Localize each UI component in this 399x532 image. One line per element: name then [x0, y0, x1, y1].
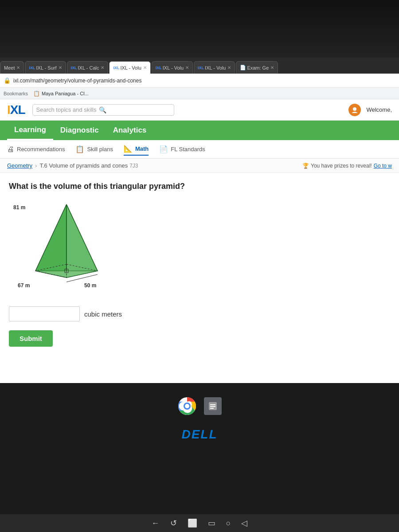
tab-ixl-volu-icon: IXL [113, 66, 119, 70]
svg-marker-4 [66, 204, 98, 278]
nav-tab-analytics[interactable]: Analytics [106, 121, 154, 139]
taskbar-icons [177, 396, 222, 416]
user-avatar [348, 104, 361, 116]
tab-ixl-volu3-label: IXL - Volu [205, 65, 226, 70]
skill-plans-icon: 📋 [75, 145, 84, 153]
address-bar: 🔒 ixl.com/math/geometry/volume-of-pyrami… [0, 74, 399, 88]
math-icon: 📐 [124, 145, 133, 153]
tab-close-volu[interactable]: ✕ [143, 65, 147, 70]
taskbar-screen-button[interactable]: ⬜ [188, 518, 197, 528]
recommendations-icon: 🖨 [7, 145, 14, 153]
tab-exam[interactable]: 📄 Exam: Ge ✕ [236, 61, 278, 74]
tab-bar: Meet ✕ IXL IXL - Surf ✕ IXL IXL - Calc ✕… [0, 58, 399, 74]
bookmark-item-maya[interactable]: 📋 Maya Paniagua - Cl... [33, 90, 89, 97]
breadcrumb-separator: › [35, 162, 37, 169]
tab-ixl-volu2-label: IXL - Volu [163, 65, 184, 70]
prizes-link[interactable]: Go to w [374, 163, 392, 169]
answer-input[interactable] [9, 306, 80, 321]
ixl-logo: IXL [7, 103, 25, 117]
svg-point-14 [185, 404, 189, 408]
bottom-dark-area: DELL [0, 383, 399, 532]
tab-ixl-volu3[interactable]: IXL IXL - Volu ✕ [194, 61, 235, 74]
subnav-fl-standards[interactable]: 📄 FL Standards [159, 143, 205, 155]
svg-rect-16 [210, 404, 215, 405]
svg-marker-3 [35, 204, 66, 278]
nav-tab-learning[interactable]: Learning [7, 121, 53, 140]
svg-point-0 [353, 107, 356, 111]
tab-ixl-surf-label: IXL - Surf [36, 65, 56, 70]
tab-exam-icon: 📄 [240, 65, 246, 70]
subnav-recommendations[interactable]: 🖨 Recommendations [7, 144, 65, 155]
tab-close-volu3[interactable]: ✕ [227, 65, 231, 70]
dimension-base2: 50 m [84, 282, 96, 289]
taskbar-window-button[interactable]: ▭ [208, 518, 215, 528]
ixl-header: IXL Search topics and skills 🔍 Welcome, [0, 99, 399, 121]
tab-close-exam[interactable]: ✕ [270, 65, 274, 70]
breadcrumb-current: T.6 Volume of pyramids and cones [39, 162, 128, 169]
nav-tabs: Learning Diagnostic Analytics [0, 121, 399, 140]
taskbar-home-button[interactable]: ◁ [241, 518, 247, 528]
trophy-icon: 🏆 [302, 163, 309, 169]
svg-rect-18 [210, 408, 214, 409]
search-bar[interactable]: Search topics and skills 🔍 [32, 104, 174, 116]
subnav-fl-standards-label: FL Standards [171, 146, 205, 153]
fl-standards-icon: 📄 [159, 145, 168, 153]
welcome-text: Welcome, [366, 106, 392, 113]
tab-ixl-volu-active[interactable]: IXL IXL - Volu ✕ [109, 61, 150, 74]
browser-chrome: Meet ✕ IXL IXL - Surf ✕ IXL IXL - Calc ✕… [0, 58, 399, 99]
taskbar-refresh-button[interactable]: ↺ [170, 518, 177, 528]
pyramid-svg [13, 200, 120, 289]
subnav-math-label: Math [135, 145, 149, 152]
svg-rect-17 [210, 406, 215, 407]
bookmarks-bar: Bookmarks 📋 Maya Paniagua - Cl... [0, 88, 399, 99]
nav-tab-diagnostic[interactable]: Diagnostic [53, 121, 106, 139]
tab-ixl-calc-label: IXL - Calc [78, 65, 99, 70]
tab-close-surf[interactable]: ✕ [59, 65, 62, 70]
sub-nav: 🖨 Recommendations 📋 Skill plans 📐 Math 📄… [0, 140, 399, 159]
question-area: What is the volume of this triangular py… [0, 173, 399, 354]
tab-ixl-volu3-icon: IXL [198, 66, 204, 70]
answer-area: cubic meters [9, 306, 390, 321]
lock-icon: 🔒 [4, 77, 11, 84]
os-taskbar: ← ↺ ⬜ ▭ ○ ◁ [0, 514, 399, 532]
files-taskbar-icon[interactable] [204, 397, 222, 415]
tab-ixl-volu2-icon: IXL [156, 66, 162, 70]
taskbar-back-button[interactable]: ← [152, 519, 160, 528]
pyramid-container: 81 m [13, 200, 137, 297]
skill-code: 7J3 [129, 163, 138, 169]
tab-ixl-volu2[interactable]: IXL IXL - Volu ✕ [152, 61, 193, 74]
unit-label: cubic meters [84, 310, 122, 318]
top-dark-area [0, 0, 399, 58]
subnav-skill-plans-label: Skill plans [87, 146, 113, 153]
tab-ixl-calc[interactable]: IXL IXL - Calc ✕ [67, 61, 109, 74]
tab-ixl-calc-icon: IXL [71, 66, 77, 70]
search-icon: 🔍 [99, 106, 106, 113]
subnav-math[interactable]: 📐 Math [124, 143, 149, 156]
bookmarks-label: Bookmarks [4, 91, 28, 96]
breadcrumb-geometry[interactable]: Geometry [7, 162, 32, 169]
chrome-taskbar-icon[interactable] [177, 396, 197, 416]
tab-close-volu2[interactable]: ✕ [185, 65, 189, 70]
subnav-recommendations-label: Recommendations [17, 146, 65, 153]
subnav-skill-plans[interactable]: 📋 Skill plans [75, 143, 113, 155]
search-placeholder-text: Search topics and skills [36, 106, 97, 113]
prizes-notice: 🏆 You have prizes to reveal! Go to w [302, 163, 392, 169]
tab-ixl-surf[interactable]: IXL IXL - Surf ✕ [25, 61, 66, 74]
url-display[interactable]: ixl.com/math/geometry/volume-of-pyramids… [13, 78, 395, 84]
tab-ixl-volu-label: IXL - Volu [120, 65, 141, 70]
tab-meet-label: Meet [4, 65, 15, 70]
breadcrumb: Geometry › T.6 Volume of pyramids and co… [0, 159, 399, 173]
tab-exam-label: Exam: Ge [247, 65, 269, 70]
dell-logo: DELL [181, 427, 217, 442]
dimension-base1: 67 m [18, 282, 30, 289]
tab-meet[interactable]: Meet ✕ [0, 61, 24, 74]
question-text: What is the volume of this triangular py… [9, 182, 390, 191]
tab-close-meet[interactable]: ✕ [16, 65, 20, 70]
submit-button[interactable]: Submit [9, 330, 53, 347]
taskbar-search-button[interactable]: ○ [226, 519, 231, 528]
bookmark-icon: 📋 [33, 90, 40, 97]
tab-close-calc[interactable]: ✕ [101, 65, 104, 70]
page-content: IXL Search topics and skills 🔍 Welcome, … [0, 99, 399, 383]
dimension-height: 81 m [13, 204, 25, 211]
prizes-text: You have prizes to reveal! [311, 163, 372, 169]
